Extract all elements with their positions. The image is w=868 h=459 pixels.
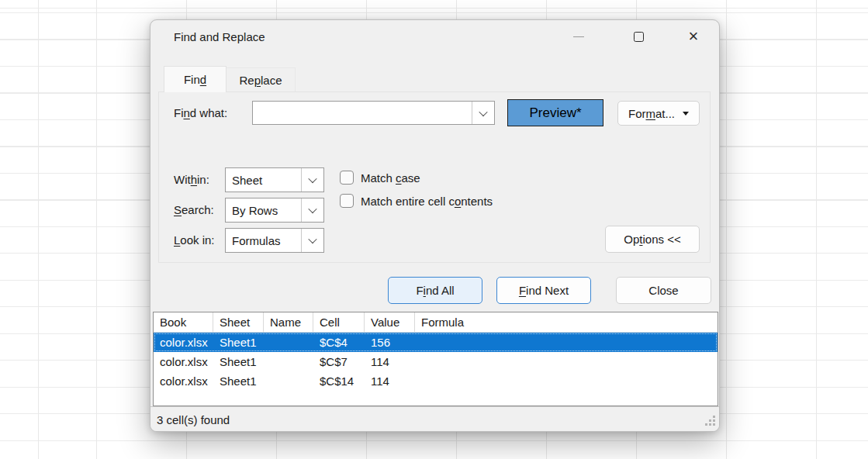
cell-value: 114 (365, 352, 415, 371)
results-table: Book Sheet Name Cell Value Formula color… (153, 312, 718, 406)
dialog-title: Find and Replace (174, 30, 265, 43)
cell-cell: $C$4 (313, 333, 365, 352)
status-text: 3 cell(s) found (157, 413, 230, 426)
cell-name (264, 352, 313, 371)
cell-sheet: Sheet1 (213, 371, 264, 391)
chevron-down-icon (479, 107, 487, 116)
options-button-label: Options << (624, 233, 680, 246)
search-select[interactable]: By Rows (225, 198, 324, 223)
format-button-label: Format... (628, 107, 675, 120)
column-header-sheet[interactable]: Sheet (213, 312, 264, 332)
column-header-book[interactable]: Book (154, 312, 213, 332)
close-button[interactable]: Close (616, 277, 711, 304)
column-header-formula[interactable]: Formula (415, 312, 718, 332)
find-what-dropdown-button[interactable] (472, 102, 494, 124)
search-label: Search: (174, 203, 214, 216)
cell-name (264, 333, 313, 352)
find-what-label: Find what: (174, 106, 227, 119)
search-value: By Rows (226, 204, 301, 217)
results-header-row: Book Sheet Name Cell Value Formula (154, 312, 718, 333)
tab-replace[interactable]: Replace (227, 67, 296, 91)
find-what-combobox (252, 101, 495, 125)
within-select[interactable]: Sheet (225, 167, 324, 192)
cell-formula (415, 371, 718, 391)
options-button[interactable]: Options << (605, 226, 700, 253)
column-header-value[interactable]: Value (365, 312, 415, 332)
table-row[interactable]: color.xlsx Sheet1 $C$7 114 (154, 352, 718, 371)
cell-formula (415, 333, 718, 352)
resize-grip[interactable] (704, 416, 715, 426)
minimize-icon (573, 36, 584, 37)
cell-book: color.xlsx (154, 352, 213, 371)
look-in-dropdown-button[interactable] (301, 229, 323, 252)
format-dropdown-arrow-icon (683, 112, 689, 116)
chevron-down-icon (308, 235, 316, 243)
column-header-cell[interactable]: Cell (313, 312, 365, 332)
find-all-button-label: Find All (416, 284, 454, 297)
cell-book: color.xlsx (154, 333, 213, 352)
look-in-select[interactable]: Formulas (225, 228, 324, 253)
chevron-down-icon (308, 205, 316, 213)
column-header-name[interactable]: Name (264, 312, 313, 332)
status-bar: 3 cell(s) found (150, 406, 719, 432)
preview-button[interactable]: Preview* (507, 99, 603, 126)
cell-cell: $C$7 (313, 352, 365, 371)
cell-sheet: Sheet1 (213, 352, 264, 371)
find-all-button[interactable]: Find All (388, 277, 482, 304)
format-button[interactable]: Format... (617, 101, 700, 126)
close-window-button[interactable]: × (680, 26, 707, 47)
cell-value: 156 (365, 333, 415, 352)
within-label: Within: (174, 173, 209, 186)
look-in-label: Look in: (174, 233, 215, 247)
cell-sheet: Sheet1 (213, 333, 264, 352)
preview-button-label: Preview* (529, 105, 581, 121)
search-dropdown-button[interactable] (301, 198, 323, 222)
find-what-input[interactable] (253, 102, 472, 124)
within-dropdown-button[interactable] (301, 168, 323, 192)
match-entire-cell-label[interactable]: Match entire cell contents (361, 195, 493, 208)
cell-book: color.xlsx (154, 371, 213, 391)
find-next-button[interactable]: Find Next (496, 277, 591, 304)
within-value: Sheet (226, 174, 301, 187)
cell-formula (415, 352, 718, 371)
find-and-replace-dialog: Find and Replace × Find Replace Find wha… (150, 19, 720, 432)
look-in-value: Formulas (226, 234, 301, 247)
cell-cell: $C$14 (313, 371, 365, 391)
chevron-down-icon (308, 174, 316, 183)
tab-find-label: Find (184, 73, 206, 86)
cell-name (264, 371, 313, 391)
close-icon: × (689, 28, 699, 45)
close-button-label: Close (648, 284, 678, 297)
cell-value: 114 (365, 371, 415, 391)
maximize-button[interactable] (625, 26, 652, 47)
minimize-button[interactable] (565, 26, 592, 47)
match-case-checkbox[interactable] (340, 171, 354, 185)
match-entire-cell-checkbox[interactable] (340, 194, 354, 208)
table-row[interactable]: color.xlsx Sheet1 $C$14 114 (154, 371, 718, 391)
match-case-label[interactable]: Match case (361, 171, 420, 185)
find-next-button-label: Find Next (519, 284, 569, 297)
tab-find[interactable]: Find (164, 66, 227, 92)
maximize-icon (634, 32, 644, 42)
table-row[interactable]: color.xlsx Sheet1 $C$4 156 (154, 333, 718, 352)
tab-replace-label: Replace (239, 74, 282, 87)
